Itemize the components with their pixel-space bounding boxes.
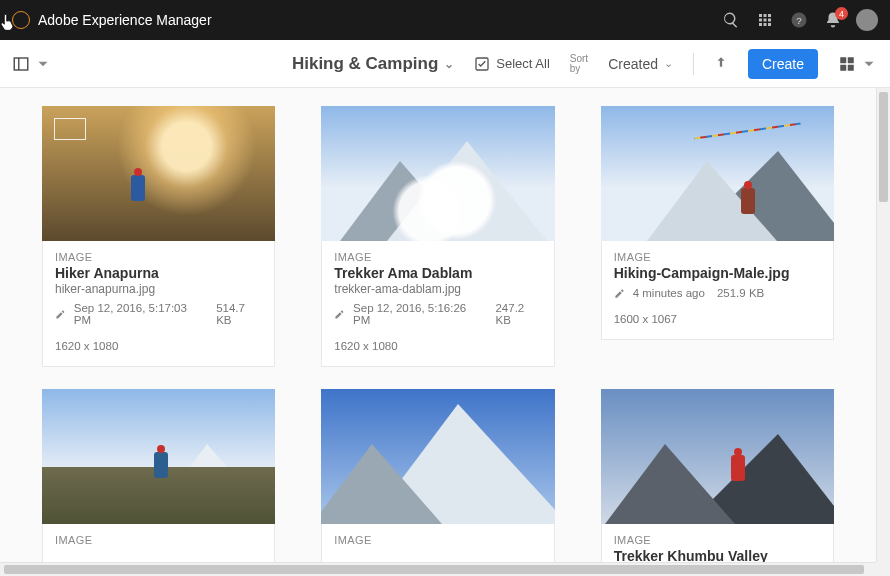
sort-direction-toggle[interactable] [714,55,728,73]
asset-type-label: IMAGE [614,534,821,546]
asset-modified-row: Sep 12, 2016, 5:16:26 PM247.2 KB [334,302,541,326]
asset-filename: hiker-anapurna.jpg [55,282,262,296]
asset-filename: trekker-ama-dablam.jpg [334,282,541,296]
asset-modified: Sep 12, 2016, 5:17:03 PM [74,302,204,326]
asset-thumbnail[interactable] [321,106,554,241]
aem-logo-icon [12,11,30,29]
vertical-scrollbar[interactable] [876,88,890,562]
asset-type-label: IMAGE [334,251,541,263]
asset-filesize: 514.7 KB [216,302,262,326]
product-name: Adobe Experience Manager [38,12,212,28]
asset-thumbnail[interactable] [601,106,834,241]
asset-title: Hiking-Campaign-Male.jpg [614,265,821,281]
asset-card[interactable]: IMAGEHiker Anapurnahiker-anapurna.jpgSep… [42,106,275,367]
sort-field-value: Created [608,56,658,72]
asset-type-label: IMAGE [334,534,541,546]
breadcrumb-label: Hiking & Camping [292,54,438,74]
asset-meta: IMAGE [42,524,275,562]
asset-grid: IMAGEHiker Anapurnahiker-anapurna.jpgSep… [42,106,834,562]
asset-meta: IMAGETrekker Khumbu Valley [601,524,834,562]
action-bar: Hiking & Camping ⌄ Select All Sort by Cr… [0,40,890,88]
search-icon[interactable] [720,9,742,31]
asset-title: Hiker Anapurna [55,265,262,281]
notifications-icon[interactable]: 4 [822,9,844,31]
asset-dimensions: 1620 x 1080 [334,340,541,352]
asset-meta: IMAGE [321,524,554,562]
svg-text:?: ? [796,15,802,26]
chevron-down-icon [34,55,52,73]
asset-card[interactable]: IMAGEHiking-Campaign-Male.jpg4 minutes a… [601,106,834,367]
asset-meta: IMAGEHiking-Campaign-Male.jpg4 minutes a… [601,241,834,340]
asset-dimensions: 1600 x 1067 [614,313,821,325]
asset-thumbnail[interactable] [42,106,275,241]
asset-title: Trekker Khumbu Valley [614,548,821,562]
scrollbar-corner [876,562,890,576]
notification-count-badge: 4 [835,7,848,20]
breadcrumb-current[interactable]: Hiking & Camping ⌄ [292,54,454,74]
crop-region-icon [54,118,86,140]
asset-meta: IMAGETrekker Ama Dablamtrekker-ama-dabla… [321,241,554,367]
chevron-down-icon: ⌄ [444,57,454,71]
asset-modified-row: 4 minutes ago251.9 KB [614,287,821,299]
solutions-grid-icon[interactable] [754,9,776,31]
asset-modified: Sep 12, 2016, 5:16:26 PM [353,302,483,326]
asset-grid-scroll[interactable]: IMAGEHiker Anapurnahiker-anapurna.jpgSep… [0,88,876,562]
asset-thumbnail[interactable] [601,389,834,524]
asset-dimensions: 1620 x 1080 [55,340,262,352]
horizontal-scrollbar[interactable] [0,562,876,576]
asset-card[interactable]: IMAGETrekker Ama Dablamtrekker-ama-dabla… [321,106,554,367]
asset-title: Trekker Ama Dablam [334,265,541,281]
chevron-down-icon [860,55,878,73]
user-avatar[interactable] [856,9,878,31]
divider [693,53,694,75]
create-button[interactable]: Create [748,49,818,79]
card-view-icon [838,55,856,73]
arrow-up-icon [714,55,728,69]
select-all-label: Select All [496,56,549,71]
sort-by-label: Sort by [570,54,588,74]
pencil-icon [614,288,625,299]
asset-card[interactable]: IMAGE [42,389,275,562]
asset-modified: 4 minutes ago [633,287,705,299]
asset-card[interactable]: IMAGE [321,389,554,562]
rail-toggle[interactable] [12,55,52,73]
chevron-down-icon: ⌄ [664,57,673,70]
select-all[interactable]: Select All [474,56,549,72]
asset-filesize: 247.2 KB [495,302,541,326]
asset-card[interactable]: IMAGETrekker Khumbu Valley [601,389,834,562]
view-switcher[interactable] [838,55,878,73]
pencil-icon [334,309,345,320]
checkbox-icon [474,56,490,72]
asset-meta: IMAGEHiker Anapurnahiker-anapurna.jpgSep… [42,241,275,367]
help-icon[interactable]: ? [788,9,810,31]
asset-type-label: IMAGE [55,534,262,546]
sort-field-dropdown[interactable]: Created ⌄ [608,56,673,72]
product-brand[interactable]: Adobe Experience Manager [12,11,212,29]
pencil-icon [55,309,66,320]
asset-modified-row: Sep 12, 2016, 5:17:03 PM514.7 KB [55,302,262,326]
asset-type-label: IMAGE [614,251,821,263]
asset-type-label: IMAGE [55,251,262,263]
asset-thumbnail[interactable] [42,389,275,524]
global-header: Adobe Experience Manager ? 4 [0,0,890,40]
asset-thumbnail[interactable] [321,389,554,524]
rail-panel-icon [12,55,30,73]
asset-filesize: 251.9 KB [717,287,764,299]
